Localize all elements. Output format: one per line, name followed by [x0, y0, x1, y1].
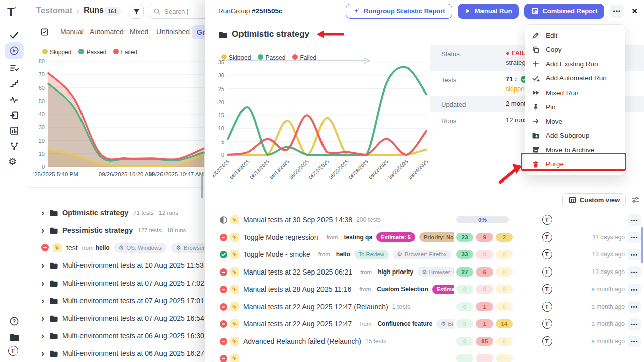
filter-button[interactable]: [129, 4, 144, 19]
settings-gear-icon[interactable]: ⚙: [8, 157, 17, 166]
menu-item-copy[interactable]: Copy: [525, 43, 625, 57]
suite-name[interactable]: hello: [336, 251, 350, 258]
menu-item-move[interactable]: Move: [525, 114, 625, 129]
row-menu-button[interactable]: •••: [628, 214, 641, 226]
reports-icon[interactable]: [9, 126, 19, 136]
tab-automated[interactable]: Automated: [90, 28, 124, 36]
menu-item-add-subgroup[interactable]: Add Subgroup: [525, 129, 625, 143]
run-title[interactable]: Toggle Mode - smoke: [243, 250, 310, 258]
run-row[interactable]: Toggle Mode - smoke fromhello To Review …: [205, 246, 644, 263]
list-item[interactable]: › Pessimistic strategy 127 tests 18 runs: [28, 221, 205, 239]
more-actions-button[interactable]: •••: [610, 5, 624, 18]
run-row[interactable]: Manual tests at 22 Sep 2025 06:21 fromhi…: [205, 263, 644, 281]
row-menu-button[interactable]: •••: [628, 232, 641, 243]
run-title[interactable]: Manual tests at 22 Aug 2025 12:47 (Relau…: [243, 303, 388, 311]
menu-item-add-existing-run[interactable]: Add Existing Run: [525, 57, 625, 71]
row-menu-button[interactable]: •••: [628, 301, 641, 313]
help-icon[interactable]: [9, 316, 19, 326]
import-icon[interactable]: [9, 110, 19, 120]
run-row[interactable]: Manual tests at 30 Sep 2025 14:38200 tes…: [205, 211, 644, 229]
chevron-right-icon[interactable]: ›: [41, 226, 44, 235]
rungroup-name[interactable]: Multi-environment tests at 06 Aug 2025 1…: [62, 332, 204, 340]
menu-item-pin[interactable]: Pin: [525, 100, 625, 115]
list-item[interactable]: › Multi-environment tests at 07 Aug 2025…: [28, 292, 205, 309]
menu-item-move-to-archive[interactable]: Move to Archive: [525, 143, 625, 157]
statistic-report-button[interactable]: Rungroup Statistic Report: [346, 4, 452, 19]
rungroup-name[interactable]: Multi-environment tests at 07 Aug 2025 1…: [62, 314, 204, 322]
run-row[interactable]: Manual tests at 22 Aug 2025 12:47 fromCo…: [205, 315, 644, 333]
run-row[interactable]: Toggle Mode regression fromtesting qa Es…: [205, 229, 644, 246]
list-item[interactable]: › Multi-environment tests at 07 Aug 2025…: [28, 274, 205, 292]
menu-item-mixed-run[interactable]: Mixed Run: [525, 85, 625, 100]
chevron-right-icon[interactable]: ›: [41, 208, 44, 217]
list-item[interactable]: › Multi-environment tests at 06 Aug 2025…: [28, 327, 205, 344]
chevron-right-icon[interactable]: ›: [41, 279, 44, 288]
menu-item-edit[interactable]: Edit: [525, 28, 625, 43]
projects-folder-icon[interactable]: [9, 332, 19, 342]
chevron-right-icon[interactable]: ›: [41, 349, 44, 358]
row-menu-button[interactable]: •••: [628, 284, 641, 295]
run-title[interactable]: Manual tests at 30 Sep 2025 14:38: [243, 216, 352, 224]
run-title[interactable]: Manual tests at 22 Sep 2025 06:21: [243, 268, 352, 276]
suite-name[interactable]: Confluence feature: [377, 320, 432, 327]
list-item[interactable]: test from hello ⚙OS: Windows ⚙Browser: C…: [28, 239, 205, 256]
run-row[interactable]: Manual tests at 22 Aug 2025 12:47 (Relau…: [205, 298, 644, 316]
row-menu-button[interactable]: •••: [628, 336, 641, 347]
suite-name[interactable]: Custom Selection: [377, 286, 428, 293]
steps-icon[interactable]: [9, 79, 19, 89]
manual-run-button[interactable]: Manual Run: [458, 4, 519, 19]
profile-avatar[interactable]: T': [8, 346, 18, 356]
chevron-right-icon[interactable]: ›: [41, 261, 44, 270]
list-item[interactable]: › Multi-environment tests at 06 Aug 2025…: [28, 344, 205, 362]
rungroup-name[interactable]: Optimistic strategy: [62, 209, 128, 217]
menu-item-add-automated-run[interactable]: Add Automated Run: [525, 71, 625, 86]
app-logo-icon[interactable]: T': [7, 5, 16, 19]
run-row[interactable]: Advanced Relaunch failed (Relaunch) 15 t…: [205, 333, 644, 350]
rungroup-name[interactable]: Pessimistic strategy: [62, 226, 133, 234]
suite-name[interactable]: testing qa: [344, 234, 372, 241]
suite-name[interactable]: hello: [96, 244, 110, 251]
tab-mixed[interactable]: Mixed: [130, 28, 148, 36]
rungroup-name[interactable]: Multi-environment tests at 06 Aug 2025 1…: [62, 349, 204, 357]
run-checklist-icon[interactable]: [40, 28, 49, 37]
tests-check-icon[interactable]: [9, 30, 19, 40]
scrollbar-thumb[interactable]: [201, 174, 203, 198]
branch-icon[interactable]: [9, 141, 19, 151]
row-menu-button[interactable]: •••: [628, 266, 641, 278]
row-menu-button[interactable]: •••: [628, 318, 641, 330]
tab-unfinished[interactable]: Unfinished: [156, 28, 190, 36]
rungroup-name[interactable]: Multi-environment tests at 07 Aug 2025 1…: [62, 279, 204, 287]
row-menu-button[interactable]: •••: [628, 249, 641, 260]
list-item[interactable]: › Multi-environment tests at 10 Aug 2025…: [28, 256, 205, 274]
list-item[interactable]: › Multi-environment tests at 07 Aug 2025…: [28, 309, 205, 327]
columns-sliders-icon[interactable]: [631, 196, 640, 204]
tab-manual[interactable]: Manual: [60, 28, 84, 36]
list-item[interactable]: › Optimistic strategy 71 tests 12 runs: [28, 204, 205, 221]
combined-report-button[interactable]: Combined Report: [524, 4, 604, 19]
scrollbar-thumb[interactable]: [641, 227, 643, 263]
run-title[interactable]: Advanced Relaunch failed (Relaunch): [243, 337, 361, 345]
chevron-right-icon[interactable]: ›: [41, 314, 44, 323]
avatar[interactable]: T': [542, 215, 552, 225]
run-row[interactable]: Manual tests at 28 Aug 2025 11:16 fromCu…: [205, 281, 644, 298]
close-icon[interactable]: ✕: [631, 7, 638, 16]
tab-groups[interactable]: Groups: [192, 25, 205, 39]
run-name[interactable]: test: [66, 244, 78, 252]
breadcrumb-app[interactable]: Testomat: [36, 6, 72, 15]
test-plans-icon[interactable]: [9, 63, 19, 73]
run-title[interactable]: Manual tests at 22 Aug 2025 12:47: [243, 320, 352, 328]
menu-item-purge[interactable]: Purge: [525, 157, 625, 172]
analytics-pulse-icon[interactable]: [9, 95, 19, 105]
rungroup-id: #25ff505c: [252, 7, 283, 15]
run-title[interactable]: Toggle Mode regression: [243, 233, 318, 241]
search-input[interactable]: Search [ ✕: [149, 4, 205, 19]
chevron-right-icon[interactable]: ›: [41, 331, 44, 340]
run-row[interactable]: [205, 350, 644, 362]
suite-name[interactable]: high priority: [378, 268, 413, 276]
runs-play-icon[interactable]: [9, 46, 19, 56]
rungroup-name[interactable]: Multi-environment tests at 07 Aug 2025 1…: [62, 297, 204, 305]
custom-view-button[interactable]: Custom view: [562, 193, 626, 206]
chevron-right-icon[interactable]: ›: [41, 296, 44, 305]
run-title[interactable]: Manual tests at 28 Aug 2025 11:16: [243, 285, 351, 293]
rungroup-name[interactable]: Multi-environment tests at 10 Aug 2025 1…: [62, 261, 204, 269]
